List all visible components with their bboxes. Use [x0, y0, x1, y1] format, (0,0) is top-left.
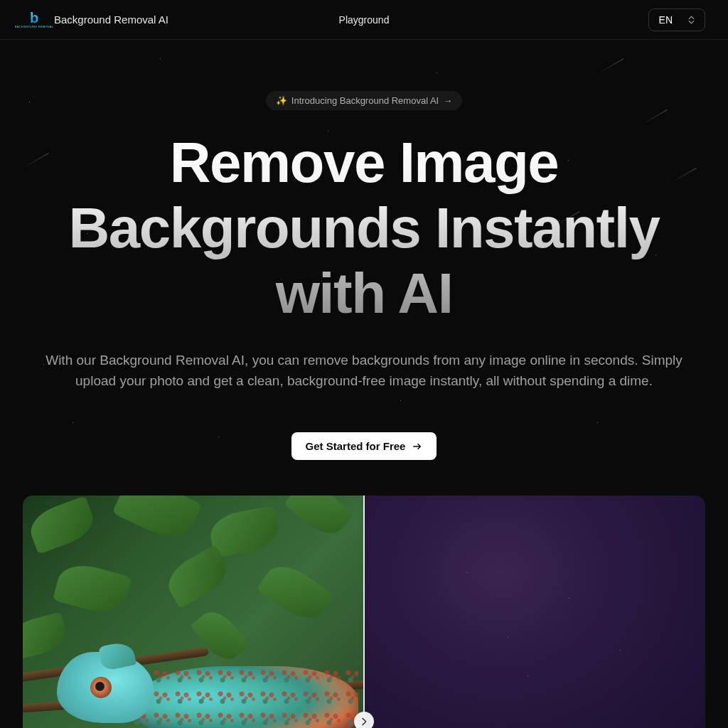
header: b BACKGROUND REMOVAL Background Removal …	[0, 0, 728, 40]
get-started-button[interactable]: Get Started for Free	[291, 432, 437, 460]
comparison-slider[interactable]	[363, 496, 365, 728]
brand[interactable]: b BACKGROUND REMOVAL Background Removal …	[23, 9, 168, 31]
logo-icon: b BACKGROUND REMOVAL	[23, 9, 46, 31]
language-select[interactable]: EN	[648, 9, 705, 31]
announcement-badge[interactable]: ✨ Introducing Background Removal AI →	[266, 91, 462, 110]
hero-title: Remove Image Backgrounds Instantly with …	[62, 130, 666, 326]
chevron-up-down-icon	[688, 16, 695, 24]
brand-name: Background Removal AI	[54, 14, 168, 26]
chevron-right-icon	[359, 717, 369, 727]
comparison-preview	[23, 496, 705, 728]
arrow-right-icon: →	[443, 95, 452, 106]
nav-playground[interactable]: Playground	[339, 14, 390, 26]
arrow-right-icon	[412, 441, 422, 451]
sparkle-icon: ✨	[276, 95, 287, 106]
badge-text: Introducing Background Removal AI	[291, 95, 439, 106]
hero-subtitle: With our Background Removal AI, you can …	[30, 350, 698, 391]
comparison-before	[23, 496, 364, 728]
comparison-after	[364, 496, 705, 728]
comparison-slider-handle[interactable]	[354, 712, 374, 728]
cta-label: Get Started for Free	[306, 440, 406, 452]
main: ✨ Introducing Background Removal AI → Re…	[0, 40, 728, 728]
nav-center: Playground	[339, 14, 390, 26]
chameleon-image	[50, 642, 364, 728]
language-value: EN	[659, 14, 673, 26]
